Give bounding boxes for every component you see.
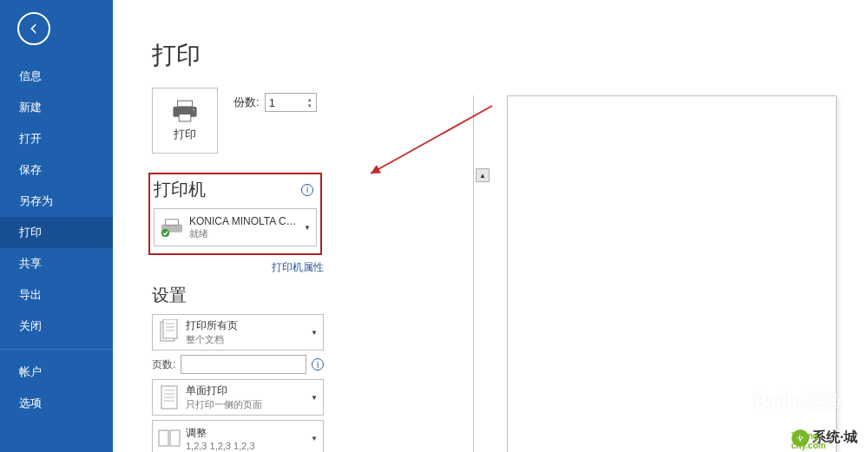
copies-value: 1 <box>269 96 275 109</box>
copies-spinner[interactable]: ▲▼ <box>307 97 312 108</box>
printer-name: KONICA MINOLTA C… <box>189 215 311 227</box>
svg-point-3 <box>193 108 195 111</box>
printer-section-title: 打印机 i <box>154 178 317 201</box>
sidebar-item-saveas[interactable]: 另存为 <box>0 186 113 217</box>
watermark-url: Xitong-city.com <box>792 431 845 450</box>
page-title: 打印 <box>152 39 868 72</box>
arrow-left-icon <box>26 21 42 36</box>
print-button[interactable]: 打印 <box>152 88 218 154</box>
sidebar-item-options[interactable]: 选项 <box>0 388 113 419</box>
print-scope-select[interactable]: 打印所有页 整个文档 ▼ <box>152 314 324 350</box>
printer-select[interactable]: KONICA MINOLTA C… 就绪 ▼ <box>154 208 317 246</box>
sidebar-item-close[interactable]: 关闭 <box>0 311 113 342</box>
duplex-select[interactable]: 单面打印 只打印一侧的页面 ▼ <box>152 379 324 416</box>
scope-sub: 整个文档 <box>186 333 318 346</box>
pages-input[interactable] <box>181 355 306 374</box>
sidebar-item-print[interactable]: 打印 <box>0 217 113 248</box>
info-icon[interactable]: i <box>301 184 313 196</box>
printer-labels: KONICA MINOLTA C… 就绪 <box>189 215 311 240</box>
print-backstage: 打印 打印 份数: 1 ▲▼ 打印机 i <box>113 0 868 452</box>
printer-section-title-text: 打印机 <box>154 178 206 201</box>
duplex-sub: 只打印一侧的页面 <box>186 398 318 411</box>
collate-select[interactable]: 调整 1,2,3 1,2,3 1,2,3 ▼ <box>152 420 324 452</box>
svg-rect-5 <box>166 219 179 226</box>
sidebar-item-save[interactable]: 保存 <box>0 154 113 186</box>
settings-section-title-text: 设置 <box>152 284 187 307</box>
collate-icon <box>158 425 181 451</box>
printer-icon <box>170 99 200 123</box>
info-icon[interactable]: i <box>312 358 324 370</box>
sidebar-item-account[interactable]: 帐户 <box>0 357 113 388</box>
back-button[interactable] <box>17 12 50 45</box>
backstage-sidebar: 信息 新建 打开 保存 另存为 打印 共享 导出 关闭 帐户 选项 <box>0 0 113 452</box>
chevron-down-icon: ▼ <box>311 394 318 402</box>
svg-rect-18 <box>170 430 180 446</box>
printer-properties-link[interactable]: 打印机属性 <box>152 260 324 275</box>
sidebar-item-open[interactable]: 打开 <box>0 123 113 154</box>
collate-main: 调整 <box>186 426 318 441</box>
collate-sub: 1,2,3 1,2,3 1,2,3 <box>186 441 318 451</box>
watermark-site: ✦ 系统·城 Xitong-city.com <box>792 429 858 447</box>
sidebar-item-info[interactable]: 信息 <box>0 61 113 92</box>
scope-main: 打印所有页 <box>186 318 318 333</box>
pages-label: 页数: <box>152 357 175 372</box>
duplex-main: 单面打印 <box>186 383 318 398</box>
svg-point-6 <box>161 229 169 237</box>
chevron-down-icon: ▼ <box>311 329 318 337</box>
sidebar-divider <box>0 349 113 350</box>
single-side-icon <box>158 384 181 410</box>
pages-row: 页数: i <box>152 355 324 374</box>
settings-section: 打印所有页 整个文档 ▼ 页数: i 单面打印 只打印一侧的页面 ▼ <box>152 314 324 452</box>
print-button-label: 打印 <box>174 127 196 142</box>
watermark-baidu: Baidu 经验 <box>754 390 842 413</box>
sidebar-item-new[interactable]: 新建 <box>0 92 113 123</box>
scroll-up-button[interactable]: ▲ <box>476 168 490 182</box>
chevron-down-icon: ▼ <box>304 224 311 232</box>
printer-status-icon <box>160 218 184 237</box>
sidebar-item-share[interactable]: 共享 <box>0 248 113 279</box>
document-stack-icon <box>158 319 181 345</box>
svg-rect-0 <box>178 101 193 107</box>
svg-rect-8 <box>163 319 177 338</box>
copies-row: 份数: 1 ▲▼ <box>233 93 317 112</box>
copies-label: 份数: <box>233 95 260 110</box>
svg-rect-2 <box>179 114 191 121</box>
sidebar-item-export[interactable]: 导出 <box>0 279 113 311</box>
svg-rect-17 <box>159 430 168 446</box>
printer-section-highlight: 打印机 i KONICA MINOLTA C… 就绪 ▼ <box>148 173 322 255</box>
printer-status: 就绪 <box>189 227 311 240</box>
chevron-down-icon: ▼ <box>311 435 318 442</box>
copies-input[interactable]: 1 ▲▼ <box>265 93 317 112</box>
